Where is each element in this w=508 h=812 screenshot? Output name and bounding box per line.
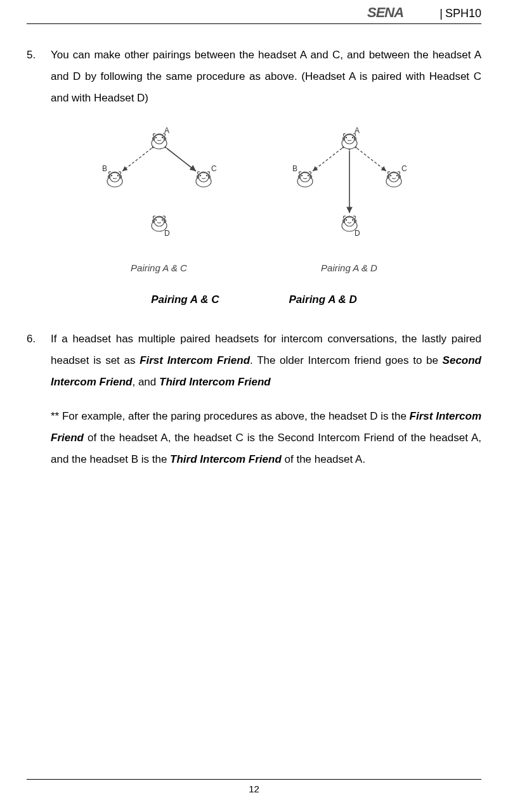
node-b-label-r: B xyxy=(292,164,297,173)
document-page: SENA | SPH10 5. You can make other pairi… xyxy=(0,0,508,812)
list-number: 5. xyxy=(27,44,51,109)
diagram-row: A B C D Pairing A & C xyxy=(27,122,481,278)
header-separator: | xyxy=(440,7,443,20)
list-text: You can make other pairings between the … xyxy=(51,44,481,109)
item6-p3: , and xyxy=(132,376,159,388)
diagram-pairing-a-d: A B C D Pairing A & D xyxy=(273,122,426,278)
node-a-label: A xyxy=(164,126,169,135)
node-c-label: C xyxy=(211,164,217,173)
item6-b3: Third Intercom Friend xyxy=(159,376,271,388)
caption-row: Pairing A & C Pairing A & D xyxy=(27,289,481,311)
node-b-label: B xyxy=(102,164,107,173)
diagram-sub-right: Pairing A & D xyxy=(273,259,426,278)
page-footer: 12 xyxy=(27,779,481,794)
header-model: SPH10 xyxy=(445,7,481,20)
caption-left: Pairing A & C xyxy=(151,289,219,311)
ex-b2: Third Intercom Friend xyxy=(170,453,282,465)
list-number-6: 6. xyxy=(27,328,51,393)
svg-line-7 xyxy=(122,148,152,171)
body-content: 5. You can make other pairings between t… xyxy=(27,24,481,470)
ex-p3: of the headset A. xyxy=(282,453,365,465)
example-paragraph: ** For example, after the paring procedu… xyxy=(51,406,481,470)
node-d-label-r: D xyxy=(355,229,360,238)
caption-right: Pairing A & D xyxy=(289,289,357,311)
list-text-6: If a headset has multiple paired headset… xyxy=(51,328,481,393)
svg-line-8 xyxy=(167,148,196,171)
item6-p2: . The older Intercom friend goes to be xyxy=(250,354,443,366)
diagram-pairing-a-c: A B C D Pairing A & C xyxy=(83,122,235,278)
node-d-label: D xyxy=(164,229,170,238)
page-header: SENA | SPH10 xyxy=(27,0,481,24)
node-c-label-r: C xyxy=(401,164,407,173)
list-item-5: 5. You can make other pairings between t… xyxy=(27,44,481,109)
diagram-sub-left: Pairing A & C xyxy=(83,259,235,278)
page-number: 12 xyxy=(249,783,259,794)
ex-p1: ** For example, after the paring procedu… xyxy=(51,410,410,422)
brand-logo: SENA xyxy=(367,5,437,23)
diagram-svg-left: A B C D xyxy=(83,122,235,248)
node-a-label-r: A xyxy=(355,126,360,135)
svg-line-10 xyxy=(357,148,386,171)
diagram-svg-right: A B C D xyxy=(273,122,426,248)
svg-line-9 xyxy=(313,148,342,171)
list-item-6: 6. If a headset has multiple paired head… xyxy=(27,328,481,393)
svg-text:SENA: SENA xyxy=(367,5,403,20)
item6-b1: First Intercom Friend xyxy=(140,354,250,366)
